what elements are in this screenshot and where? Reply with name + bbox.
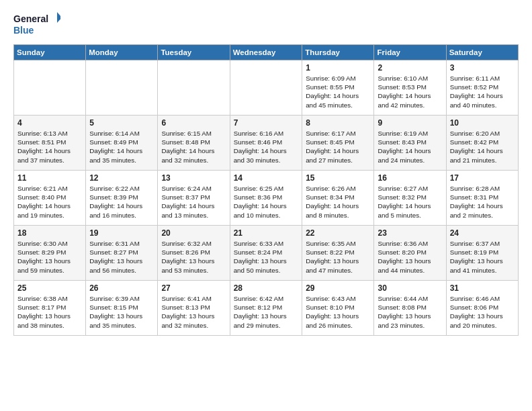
day-info: Sunrise: 6:39 AM Sunset: 8:15 PM Dayligh… bbox=[89, 294, 154, 330]
day-number: 29 bbox=[306, 283, 370, 293]
calendar-cell: 5Sunrise: 6:14 AM Sunset: 8:49 PM Daylig… bbox=[86, 116, 158, 171]
calendar-cell: 26Sunrise: 6:39 AM Sunset: 8:15 PM Dayli… bbox=[86, 281, 158, 336]
day-number: 13 bbox=[161, 173, 226, 183]
day-info: Sunrise: 6:33 AM Sunset: 8:24 PM Dayligh… bbox=[234, 239, 299, 275]
svg-text:Blue: Blue bbox=[13, 25, 34, 36]
weekday-header: Thursday bbox=[302, 45, 374, 60]
day-info: Sunrise: 6:28 AM Sunset: 8:31 PM Dayligh… bbox=[450, 184, 515, 220]
header: General Blue bbox=[13, 11, 519, 38]
calendar-cell: 3Sunrise: 6:11 AM Sunset: 8:52 PM Daylig… bbox=[446, 60, 518, 116]
day-number: 24 bbox=[450, 228, 515, 238]
day-number: 5 bbox=[89, 118, 154, 128]
day-info: Sunrise: 6:09 AM Sunset: 8:55 PM Dayligh… bbox=[306, 74, 370, 109]
calendar-cell: 16Sunrise: 6:27 AM Sunset: 8:32 PM Dayli… bbox=[374, 171, 446, 226]
calendar-week-row: 11Sunrise: 6:21 AM Sunset: 8:40 PM Dayli… bbox=[14, 171, 519, 226]
calendar-cell: 9Sunrise: 6:19 AM Sunset: 8:43 PM Daylig… bbox=[374, 116, 446, 171]
day-info: Sunrise: 6:16 AM Sunset: 8:46 PM Dayligh… bbox=[234, 129, 299, 165]
day-info: Sunrise: 6:22 AM Sunset: 8:39 PM Dayligh… bbox=[89, 184, 154, 220]
day-info: Sunrise: 6:43 AM Sunset: 8:10 PM Dayligh… bbox=[306, 294, 370, 330]
day-number: 25 bbox=[17, 283, 82, 293]
day-number: 22 bbox=[306, 228, 370, 238]
day-number: 30 bbox=[378, 283, 442, 293]
day-info: Sunrise: 6:14 AM Sunset: 8:49 PM Dayligh… bbox=[89, 129, 154, 165]
calendar-cell: 20Sunrise: 6:32 AM Sunset: 8:26 PM Dayli… bbox=[158, 226, 230, 281]
calendar-cell: 25Sunrise: 6:38 AM Sunset: 8:17 PM Dayli… bbox=[14, 281, 86, 336]
calendar-cell: 7Sunrise: 6:16 AM Sunset: 8:46 PM Daylig… bbox=[230, 116, 302, 171]
day-number: 19 bbox=[89, 228, 154, 238]
day-number: 17 bbox=[450, 173, 515, 183]
day-info: Sunrise: 6:10 AM Sunset: 8:53 PM Dayligh… bbox=[378, 74, 442, 109]
day-info: Sunrise: 6:36 AM Sunset: 8:20 PM Dayligh… bbox=[378, 239, 442, 275]
calendar-cell: 15Sunrise: 6:26 AM Sunset: 8:34 PM Dayli… bbox=[302, 171, 374, 226]
calendar-table: SundayMondayTuesdayWednesdayThursdayFrid… bbox=[13, 44, 519, 336]
calendar-cell: 6Sunrise: 6:15 AM Sunset: 8:48 PM Daylig… bbox=[158, 116, 230, 171]
calendar-cell: 23Sunrise: 6:36 AM Sunset: 8:20 PM Dayli… bbox=[374, 226, 446, 281]
day-number: 3 bbox=[450, 63, 515, 73]
day-info: Sunrise: 6:37 AM Sunset: 8:19 PM Dayligh… bbox=[450, 239, 515, 275]
calendar-cell: 13Sunrise: 6:24 AM Sunset: 8:37 PM Dayli… bbox=[158, 171, 230, 226]
calendar-cell: 8Sunrise: 6:17 AM Sunset: 8:45 PM Daylig… bbox=[302, 116, 374, 171]
day-number: 14 bbox=[234, 173, 299, 183]
calendar-cell: 1Sunrise: 6:09 AM Sunset: 8:55 PM Daylig… bbox=[302, 60, 374, 116]
calendar-cell: 22Sunrise: 6:35 AM Sunset: 8:22 PM Dayli… bbox=[302, 226, 374, 281]
calendar-cell: 14Sunrise: 6:25 AM Sunset: 8:36 PM Dayli… bbox=[230, 171, 302, 226]
calendar-cell bbox=[230, 60, 302, 116]
day-info: Sunrise: 6:35 AM Sunset: 8:22 PM Dayligh… bbox=[306, 239, 370, 275]
weekday-header: Saturday bbox=[446, 45, 518, 60]
svg-text:General: General bbox=[13, 13, 48, 24]
calendar-week-row: 1Sunrise: 6:09 AM Sunset: 8:55 PM Daylig… bbox=[14, 60, 519, 116]
day-info: Sunrise: 6:44 AM Sunset: 8:08 PM Dayligh… bbox=[378, 294, 442, 330]
day-info: Sunrise: 6:11 AM Sunset: 8:52 PM Dayligh… bbox=[450, 74, 515, 109]
day-number: 12 bbox=[89, 173, 154, 183]
calendar-cell: 30Sunrise: 6:44 AM Sunset: 8:08 PM Dayli… bbox=[374, 281, 446, 336]
day-number: 18 bbox=[17, 228, 82, 238]
weekday-header-row: SundayMondayTuesdayWednesdayThursdayFrid… bbox=[14, 45, 519, 60]
weekday-header: Sunday bbox=[14, 45, 86, 60]
calendar-cell: 29Sunrise: 6:43 AM Sunset: 8:10 PM Dayli… bbox=[302, 281, 374, 336]
calendar-cell: 31Sunrise: 6:46 AM Sunset: 8:06 PM Dayli… bbox=[446, 281, 518, 336]
calendar-cell bbox=[86, 60, 158, 116]
svg-marker-2 bbox=[57, 12, 60, 23]
day-number: 7 bbox=[234, 118, 299, 128]
calendar-week-row: 4Sunrise: 6:13 AM Sunset: 8:51 PM Daylig… bbox=[14, 116, 519, 171]
calendar-cell: 11Sunrise: 6:21 AM Sunset: 8:40 PM Dayli… bbox=[14, 171, 86, 226]
day-info: Sunrise: 6:13 AM Sunset: 8:51 PM Dayligh… bbox=[17, 129, 82, 165]
day-number: 6 bbox=[161, 118, 226, 128]
calendar-week-row: 25Sunrise: 6:38 AM Sunset: 8:17 PM Dayli… bbox=[14, 281, 519, 336]
logo-svg: General Blue bbox=[13, 11, 60, 38]
day-number: 31 bbox=[450, 283, 515, 293]
weekday-header: Friday bbox=[374, 45, 446, 60]
day-info: Sunrise: 6:27 AM Sunset: 8:32 PM Dayligh… bbox=[378, 184, 442, 220]
day-info: Sunrise: 6:30 AM Sunset: 8:29 PM Dayligh… bbox=[17, 239, 82, 275]
day-number: 4 bbox=[17, 118, 82, 128]
day-info: Sunrise: 6:38 AM Sunset: 8:17 PM Dayligh… bbox=[17, 294, 82, 330]
day-number: 26 bbox=[89, 283, 154, 293]
calendar-cell: 27Sunrise: 6:41 AM Sunset: 8:13 PM Dayli… bbox=[158, 281, 230, 336]
calendar-cell: 28Sunrise: 6:42 AM Sunset: 8:12 PM Dayli… bbox=[230, 281, 302, 336]
calendar-cell: 18Sunrise: 6:30 AM Sunset: 8:29 PM Dayli… bbox=[14, 226, 86, 281]
calendar-cell: 19Sunrise: 6:31 AM Sunset: 8:27 PM Dayli… bbox=[86, 226, 158, 281]
day-number: 21 bbox=[234, 228, 299, 238]
day-number: 2 bbox=[378, 63, 442, 73]
calendar-cell: 4Sunrise: 6:13 AM Sunset: 8:51 PM Daylig… bbox=[14, 116, 86, 171]
day-info: Sunrise: 6:17 AM Sunset: 8:45 PM Dayligh… bbox=[306, 129, 370, 165]
day-number: 1 bbox=[306, 63, 370, 73]
day-info: Sunrise: 6:24 AM Sunset: 8:37 PM Dayligh… bbox=[161, 184, 226, 220]
day-info: Sunrise: 6:46 AM Sunset: 8:06 PM Dayligh… bbox=[450, 294, 515, 330]
calendar-cell: 2Sunrise: 6:10 AM Sunset: 8:53 PM Daylig… bbox=[374, 60, 446, 116]
weekday-header: Wednesday bbox=[230, 45, 302, 60]
weekday-header: Tuesday bbox=[158, 45, 230, 60]
calendar-cell: 21Sunrise: 6:33 AM Sunset: 8:24 PM Dayli… bbox=[230, 226, 302, 281]
day-info: Sunrise: 6:41 AM Sunset: 8:13 PM Dayligh… bbox=[161, 294, 226, 330]
calendar-cell: 24Sunrise: 6:37 AM Sunset: 8:19 PM Dayli… bbox=[446, 226, 518, 281]
day-number: 20 bbox=[161, 228, 226, 238]
calendar-cell: 12Sunrise: 6:22 AM Sunset: 8:39 PM Dayli… bbox=[86, 171, 158, 226]
page-container: General Blue SundayMondayTuesdayWednesda… bbox=[0, 0, 532, 342]
day-number: 9 bbox=[378, 118, 442, 128]
day-info: Sunrise: 6:26 AM Sunset: 8:34 PM Dayligh… bbox=[306, 184, 370, 220]
day-info: Sunrise: 6:32 AM Sunset: 8:26 PM Dayligh… bbox=[161, 239, 226, 275]
day-number: 8 bbox=[306, 118, 370, 128]
day-number: 15 bbox=[306, 173, 370, 183]
logo: General Blue bbox=[13, 11, 60, 38]
calendar-cell bbox=[158, 60, 230, 116]
